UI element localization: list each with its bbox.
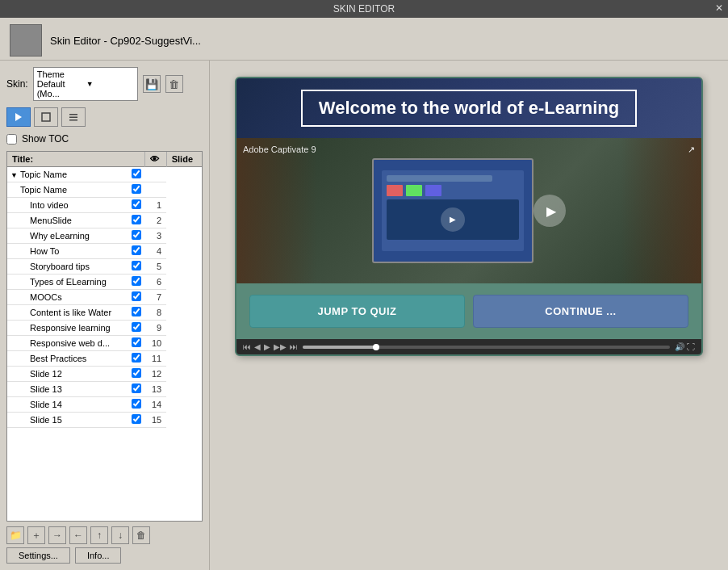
play-pause-button[interactable]: ▶ <box>264 342 270 351</box>
settings-button[interactable]: Settings... <box>6 547 70 564</box>
video-label: Adobe Captivate 9 <box>243 145 316 154</box>
view-box-button[interactable] <box>34 107 58 127</box>
progress-thumb <box>373 344 379 350</box>
toc-check-moocs[interactable] <box>128 290 144 305</box>
toc-row-menu-slide[interactable]: MenuSlide2 <box>7 213 202 228</box>
toc-slide-header: Slide <box>166 152 202 167</box>
window-title: SKIN EDITOR <box>333 3 395 15</box>
video-share-icon[interactable]: ↗ <box>688 145 695 155</box>
app-icon <box>10 24 42 57</box>
skin-dropdown[interactable]: Theme Default (Mo... ▼ <box>33 67 138 101</box>
toc-check-responsive-learning[interactable] <box>128 321 144 336</box>
toc-row-moocs[interactable]: MOOCs7 <box>7 290 202 305</box>
skin-value: Theme Default (Mo... <box>37 69 85 98</box>
toc-row-slide-13[interactable]: Slide 1313 <box>7 382 202 397</box>
move-right-button[interactable]: → <box>48 526 66 544</box>
toc-row-how-to[interactable]: How To4 <box>7 244 202 259</box>
move-up-button[interactable]: ↑ <box>90 526 108 544</box>
video-play-button[interactable] <box>533 195 566 227</box>
view-list-button[interactable] <box>61 107 86 127</box>
volume-icon[interactable]: 🔊 <box>675 342 684 351</box>
toc-check-topic-name-child[interactable] <box>128 182 144 198</box>
skip-fwd-button[interactable]: ⏭ <box>290 342 298 351</box>
welcome-text-box: Welcome to the world of e-Learning <box>301 90 637 127</box>
toc-slide-responsive-learning: 9 <box>144 321 166 336</box>
toc-row-into-video[interactable]: Into video1 <box>7 198 202 213</box>
toc-row-topic-name-parent[interactable]: ▼Topic Name <box>7 167 202 182</box>
delete-item-button[interactable]: 🗑 <box>132 526 150 544</box>
add-item-button[interactable]: ＋ <box>27 526 45 544</box>
step-fwd-button[interactable]: ▶▶ <box>274 342 287 351</box>
title-bar: SKIN EDITOR ✕ <box>0 0 728 18</box>
view-play-button[interactable] <box>6 107 31 127</box>
toc-check-storyboard-tips[interactable] <box>128 259 144 275</box>
svg-marker-0 <box>15 113 22 121</box>
info-button[interactable]: Info... <box>75 547 122 564</box>
toc-slide-topic-name-child <box>144 182 166 198</box>
toc-row-storyboard-tips[interactable]: Storyboard tips5 <box>7 259 202 275</box>
toc-check-slide-12[interactable] <box>128 367 144 382</box>
fullscreen-button[interactable]: ⛶ <box>687 342 695 351</box>
toc-check-responsive-web[interactable] <box>128 336 144 351</box>
toc-row-responsive-web[interactable]: Responsive web d...10 <box>7 336 202 351</box>
toc-check-why-elearning[interactable] <box>128 228 144 244</box>
toc-title-header: Title: <box>7 152 144 167</box>
toc-slide-menu-slide: 2 <box>144 213 166 228</box>
save-skin-button[interactable]: 💾 <box>143 75 161 93</box>
toc-label-responsive-learning: Responsive learning <box>7 321 128 336</box>
toc-check-slide-13[interactable] <box>128 382 144 397</box>
show-toc-checkbox[interactable] <box>6 134 17 145</box>
toc-check-how-to[interactable] <box>128 244 144 259</box>
toc-label-slide-14: Slide 14 <box>7 397 128 413</box>
toc-label-slide-15: Slide 15 <box>7 413 128 428</box>
move-down-button[interactable]: ↓ <box>111 526 129 544</box>
toc-check-into-video[interactable] <box>128 198 144 213</box>
media-controls: ⏮ ◀ ▶ ▶▶ ⏭ <box>243 342 298 351</box>
toc-row-slide-12[interactable]: Slide 1212 <box>7 367 202 382</box>
settings-info-row: Settings... Info... <box>6 547 203 564</box>
video-area[interactable]: ▶ Adobe Captivate 9 ↗ <box>236 138 701 283</box>
delete-skin-button[interactable]: 🗑 <box>165 75 183 93</box>
toc-slide-slide-12: 12 <box>144 367 166 382</box>
toc-check-types-elearning[interactable] <box>128 275 144 290</box>
toc-check-best-practices[interactable] <box>128 351 144 367</box>
skin-row: Skin: Theme Default (Mo... ▼ 💾 🗑 <box>6 67 203 101</box>
toc-label-why-elearning: Why eLearning <box>7 228 128 244</box>
toc-label-into-video: Into video <box>7 198 128 213</box>
svg-rect-3 <box>69 117 77 119</box>
toc-label-best-practices: Best Practices <box>7 351 128 367</box>
rewind-button[interactable]: ⏮ <box>243 342 251 351</box>
fake-screen: ▶ <box>372 158 533 263</box>
toc-slide-why-elearning: 3 <box>144 228 166 244</box>
move-left-button[interactable]: ← <box>69 526 87 544</box>
progress-bar-area: ⏮ ◀ ▶ ▶▶ ⏭ 🔊 ⛶ <box>236 339 701 354</box>
toc-row-slide-14[interactable]: Slide 1414 <box>7 397 202 413</box>
progress-track[interactable] <box>303 346 670 349</box>
toc-container: Title: 👁 Slide ▼Topic NameTopic NameInto… <box>6 151 203 522</box>
toc-row-topic-name-child[interactable]: Topic Name <box>7 182 202 198</box>
toc-row-content-water[interactable]: Content is like Water8 <box>7 305 202 321</box>
app-title: Skin Editor - Cp902-SuggestVi... <box>50 35 201 47</box>
toc-row-best-practices[interactable]: Best Practices11 <box>7 351 202 367</box>
show-toc-row: Show TOC <box>6 133 203 145</box>
toc-check-content-water[interactable] <box>128 305 144 321</box>
toc-label-storyboard-tips: Storyboard tips <box>7 259 128 275</box>
step-back-button[interactable]: ◀ <box>254 342 261 351</box>
main-container: Skin Editor - Cp902-SuggestVi... Skin: T… <box>0 18 728 570</box>
toc-check-menu-slide[interactable] <box>128 213 144 228</box>
toc-row-types-elearning[interactable]: Types of ELearning6 <box>7 275 202 290</box>
toc-row-why-elearning[interactable]: Why eLearning3 <box>7 228 202 244</box>
toc-row-responsive-learning[interactable]: Responsive learning9 <box>7 321 202 336</box>
toc-check-topic-name-parent[interactable] <box>128 167 144 182</box>
toc-slide-content-water: 8 <box>144 305 166 321</box>
toc-check-slide-14[interactable] <box>128 397 144 413</box>
add-folder-button[interactable]: 📁 <box>6 526 24 544</box>
continue-button[interactable]: CONTINUE ... <box>473 295 688 328</box>
jump-quiz-button[interactable]: JUMP TO QUIZ <box>249 295 465 328</box>
show-toc-label: Show TOC <box>22 133 69 145</box>
close-button[interactable]: ✕ <box>715 2 723 14</box>
toc-check-slide-15[interactable] <box>128 413 144 428</box>
volume-area: 🔊 ⛶ <box>675 342 695 351</box>
toc-row-slide-15[interactable]: Slide 1515 <box>7 413 202 428</box>
toc-slide-best-practices: 11 <box>144 351 166 367</box>
